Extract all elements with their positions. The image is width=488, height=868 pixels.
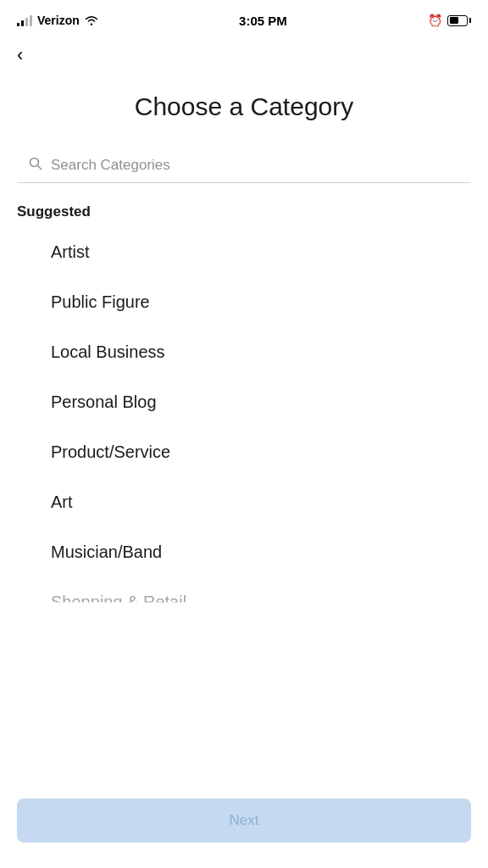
suggested-section-header: Suggested <box>0 186 488 227</box>
signal-icon <box>17 14 32 26</box>
search-input[interactable] <box>51 157 459 174</box>
next-button[interactable]: Next <box>17 798 471 843</box>
carrier-label: Verizon <box>37 14 80 27</box>
category-item-local-business[interactable]: Local Business <box>0 327 488 377</box>
category-item-shopping-retail[interactable]: Shopping & Retail <box>0 577 488 627</box>
status-bar: Verizon 3:05 PM ⏰ <box>0 0 488 37</box>
battery-indicator <box>447 15 471 26</box>
search-icon <box>29 157 42 174</box>
page-title: Choose a Category <box>0 73 488 148</box>
category-item-personal-blog[interactable]: Personal Blog <box>0 377 488 427</box>
search-container <box>0 148 488 183</box>
status-left: Verizon <box>17 14 98 27</box>
category-item-public-figure[interactable]: Public Figure <box>0 277 488 327</box>
bottom-bar: Next <box>0 790 488 868</box>
category-item-artist[interactable]: Artist <box>0 227 488 277</box>
alarm-icon: ⏰ <box>428 14 442 27</box>
category-item-musician-band[interactable]: Musician/Band <box>0 527 488 577</box>
status-time: 3:05 PM <box>239 14 287 28</box>
category-list: ArtistPublic FigureLocal BusinessPersona… <box>0 227 488 627</box>
wifi-icon <box>85 15 98 25</box>
status-right: ⏰ <box>428 14 471 27</box>
back-chevron-icon: ‹ <box>17 44 23 65</box>
svg-line-1 <box>38 166 42 170</box>
category-item-product-service[interactable]: Product/Service <box>0 427 488 477</box>
category-item-art[interactable]: Art <box>0 477 488 527</box>
back-button[interactable]: ‹ <box>0 37 488 73</box>
search-bar[interactable] <box>17 148 471 183</box>
